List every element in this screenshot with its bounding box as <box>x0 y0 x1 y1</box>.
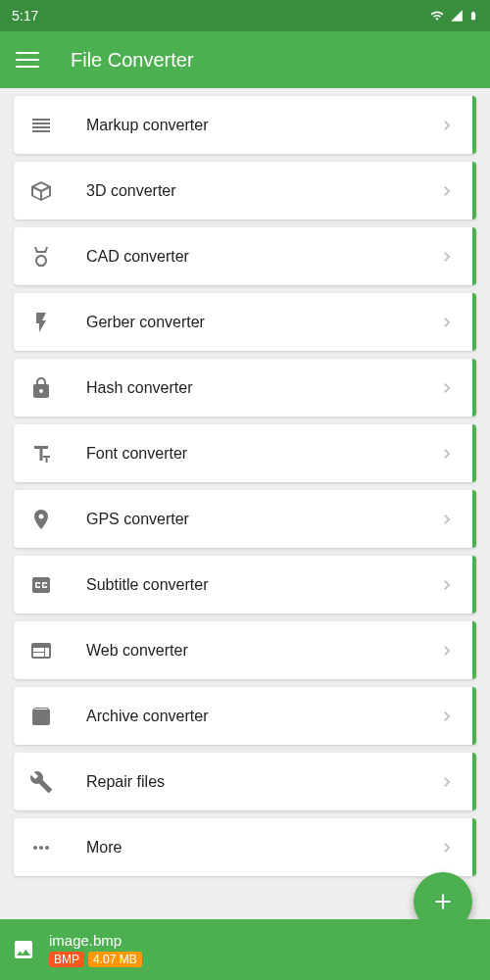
app-bar: File Converter <box>0 31 490 88</box>
more-item[interactable]: More <box>14 818 476 876</box>
bottom-bar[interactable]: image.bmp BMP 4.07 MB <box>0 919 490 980</box>
item-label: Gerber converter <box>86 314 437 331</box>
repair-icon <box>29 770 53 794</box>
chevron-right-icon <box>437 641 457 661</box>
status-bar: 5:17 <box>0 0 490 31</box>
item-label: Repair files <box>86 773 437 791</box>
file-info: image.bmp BMP 4.07 MB <box>49 932 142 967</box>
chevron-right-icon <box>437 313 457 332</box>
location-icon <box>29 508 53 531</box>
font-converter-item[interactable]: Font converter <box>14 424 476 482</box>
archive-icon <box>29 705 53 728</box>
item-label: 3D converter <box>86 182 437 200</box>
item-label: Subtitle converter <box>86 576 437 594</box>
gps-converter-item[interactable]: GPS converter <box>14 490 476 548</box>
chevron-right-icon <box>437 181 457 201</box>
item-label: Archive converter <box>86 708 437 725</box>
file-name: image.bmp <box>49 932 142 949</box>
subtitle-icon <box>29 573 53 597</box>
item-label: CAD converter <box>86 248 437 266</box>
markup-icon <box>29 114 53 137</box>
3d-converter-item[interactable]: 3D converter <box>14 162 476 220</box>
file-size-badge: 4.07 MB <box>88 952 142 967</box>
menu-icon[interactable] <box>16 48 39 72</box>
file-type-badge: BMP <box>49 952 84 967</box>
app-title: File Converter <box>71 49 194 72</box>
gerber-converter-item[interactable]: Gerber converter <box>14 293 476 351</box>
chevron-right-icon <box>437 444 457 464</box>
more-icon <box>29 836 53 859</box>
cad-icon <box>29 245 53 269</box>
markup-converter-item[interactable]: Markup converter <box>14 96 476 154</box>
chevron-right-icon <box>437 247 457 267</box>
chevron-right-icon <box>437 838 457 858</box>
signal-icon <box>449 9 465 23</box>
cad-converter-item[interactable]: CAD converter <box>14 227 476 285</box>
battery-icon <box>468 8 478 24</box>
file-meta: BMP 4.07 MB <box>49 952 142 967</box>
status-icons <box>429 8 478 24</box>
item-label: Web converter <box>86 642 437 660</box>
converter-list: Markup converter 3D converter CAD conver… <box>0 88 490 933</box>
gerber-icon <box>29 311 53 334</box>
archive-converter-item[interactable]: Archive converter <box>14 687 476 745</box>
chevron-right-icon <box>437 510 457 529</box>
chevron-right-icon <box>437 575 457 595</box>
item-label: More <box>86 839 437 857</box>
hash-converter-item[interactable]: Hash converter <box>14 359 476 416</box>
chevron-right-icon <box>437 378 457 398</box>
lock-icon <box>29 376 53 400</box>
repair-files-item[interactable]: Repair files <box>14 753 476 810</box>
web-converter-item[interactable]: Web converter <box>14 621 476 679</box>
status-time: 5:17 <box>12 8 38 24</box>
chevron-right-icon <box>437 116 457 135</box>
wifi-icon <box>429 9 445 23</box>
chevron-right-icon <box>437 707 457 726</box>
web-icon <box>29 639 53 662</box>
item-label: Font converter <box>86 445 437 463</box>
item-label: GPS converter <box>86 511 437 528</box>
image-file-icon <box>12 938 35 961</box>
font-icon <box>29 442 53 466</box>
item-label: Hash converter <box>86 379 437 397</box>
chevron-right-icon <box>437 772 457 792</box>
item-label: Markup converter <box>86 117 437 134</box>
3d-icon <box>29 179 53 203</box>
subtitle-converter-item[interactable]: Subtitle converter <box>14 556 476 613</box>
